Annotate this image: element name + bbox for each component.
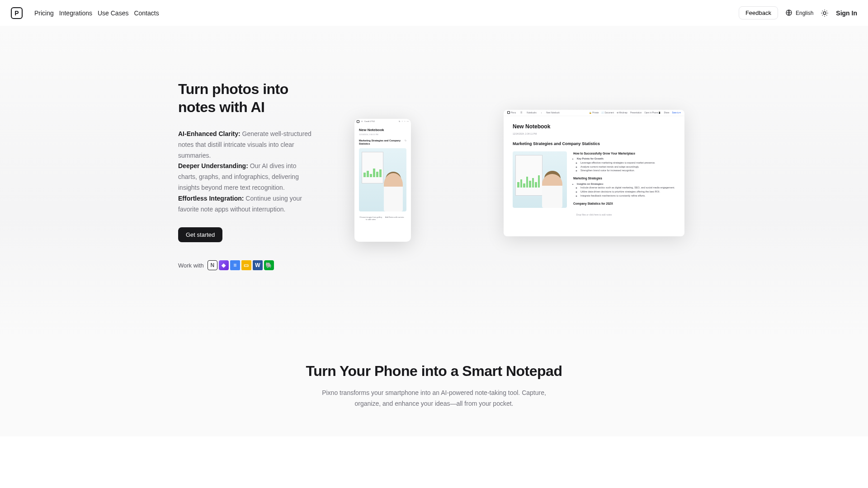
- language-switch[interactable]: English: [785, 9, 813, 17]
- hero-text: Turn photos into notes with AI AI-Enhanc…: [178, 80, 314, 270]
- logo[interactable]: P: [11, 7, 23, 19]
- section2-title: Turn Your Phone into a Smart Notepad: [0, 363, 868, 380]
- mobile-mockup: ⊙ Credit 17752 ↻‹›⋯ New Notebook 12/24/2…: [354, 119, 411, 242]
- work-with-label: Work with: [178, 262, 204, 269]
- breadcrumb-current: New Notebook: [546, 112, 560, 114]
- note-s2-sub: Insights on Strategies:: [577, 182, 675, 186]
- private-toggle: 🔒 Private: [589, 112, 599, 114]
- mobile-credit: Credit 17752: [364, 120, 375, 122]
- note-s1-item-0: Leverage effective marketing strategies …: [580, 161, 675, 165]
- notebook-heading: Marketing Strategies and Company Statist…: [513, 141, 675, 146]
- feature-integration-label: Effortless Integration:: [178, 195, 244, 202]
- nav-integrations[interactable]: Integrations: [59, 8, 92, 19]
- google-docs-icon: ≡: [230, 260, 240, 270]
- mockup-content: How to Successfully Grow Your Marketplac…: [513, 151, 675, 208]
- mobile-topbar: ⊙ Credit 17752 ↻‹›⋯: [354, 119, 411, 124]
- obsidian-icon: ◆: [219, 260, 229, 270]
- svg-point-1: [823, 12, 826, 14]
- mobile-body: New Notebook 12/24/2024, 2:34:11 PM ↻ Ma…: [354, 124, 411, 226]
- note-s1-item-2: Strengthen brand voice for increased rec…: [580, 169, 675, 173]
- app-icons: N ◆ ≡ ▭ W 🐘: [208, 260, 274, 270]
- logo-letter: P: [14, 9, 19, 17]
- header-left: P Pricing Integrations Use Cases Contact…: [11, 7, 159, 19]
- desktop-mockup: Pixno ☰ Notebooks › New Notebook 🔒 Priva…: [504, 110, 684, 236]
- note-s2-item-1: Utilize data-driven decisions to priorit…: [580, 190, 675, 194]
- word-icon: W: [253, 260, 263, 270]
- reload-icon: ↻: [405, 139, 406, 142]
- mobile-title: New Notebook: [359, 128, 406, 132]
- sign-in-link[interactable]: Sign In: [836, 9, 857, 17]
- note-photo: [513, 151, 567, 208]
- feature-integration: Effortless Integration: Continue using y…: [178, 193, 314, 215]
- notepad-section: Turn Your Phone into a Smart Notepad Pix…: [0, 338, 868, 436]
- work-with-row: Work with N ◆ ≡ ▭ W 🐘: [178, 260, 314, 270]
- google-slides-icon: ▭: [241, 260, 251, 270]
- mobile-heading-row: ↻ Marketing Strategies and Company Stati…: [359, 139, 406, 145]
- add-camera-btn: Add Notes with camera: [383, 216, 406, 221]
- mockup-brand: Pixno: [511, 112, 516, 114]
- note-s2-title: Marketing Strategies: [573, 176, 675, 181]
- nav-contacts[interactable]: Contacts: [134, 8, 159, 19]
- section2-desc: Pixno transforms your smartphone into an…: [316, 388, 552, 409]
- note-s1-item-1: Analyze current market trends and adapt …: [580, 165, 675, 169]
- get-started-button[interactable]: Get started: [178, 227, 222, 242]
- save-to-link: Save to ▾: [672, 112, 681, 114]
- tab-document: 📄 Document: [601, 112, 614, 114]
- globe-icon: [785, 9, 793, 17]
- dropzone: Drop files or click here to add notes: [513, 213, 675, 216]
- mobile-date: 12/24/2024, 2:34:11 PM: [359, 133, 406, 136]
- hero-features: AI-Enhanced Clarity: Generate well-struc…: [178, 129, 314, 215]
- open-phone-link: Open in Phone 📱: [644, 112, 661, 114]
- feature-clarity-label: AI-Enhanced Clarity:: [178, 130, 241, 137]
- notebook-date: 12/24/2024, 2:34:11 PM: [513, 132, 675, 135]
- notion-icon: N: [208, 260, 217, 270]
- hero-title: Turn photos into notes with AI: [178, 80, 314, 116]
- mockup-topbar: Pixno ☰ Notebooks › New Notebook 🔒 Priva…: [504, 110, 684, 116]
- tab-presentation: Presentation: [630, 112, 642, 114]
- note-text: How to Successfully Grow Your Marketplac…: [573, 151, 675, 208]
- feature-clarity: AI-Enhanced Clarity: Generate well-struc…: [178, 129, 314, 161]
- feature-understanding-label: Deeper Understanding:: [178, 162, 248, 169]
- breadcrumb-notebooks: Notebooks: [527, 112, 537, 114]
- mobile-bottom-actions: Choose images from gallery to add notes …: [359, 214, 406, 222]
- site-header: P Pricing Integrations Use Cases Contact…: [0, 0, 868, 26]
- evernote-icon: 🐘: [264, 260, 274, 270]
- note-s1-title: How to Successfully Grow Your Marketplac…: [573, 151, 675, 156]
- mockup-body: New Notebook 12/24/2024, 2:34:11 PM Mark…: [504, 116, 684, 223]
- language-label: English: [796, 10, 813, 16]
- main-nav: Pricing Integrations Use Cases Contacts: [34, 8, 159, 19]
- choose-gallery-btn: Choose images from gallery to add notes: [359, 216, 382, 221]
- hero-section: Turn photos into notes with AI AI-Enhanc…: [0, 26, 868, 338]
- feedback-button[interactable]: Feedback: [739, 6, 778, 19]
- theme-toggle-icon[interactable]: [821, 9, 829, 17]
- note-s2-item-0: Include diverse tactics such as digital …: [580, 186, 675, 190]
- hero-visual: Pixno ☰ Notebooks › New Notebook 🔒 Priva…: [341, 101, 690, 250]
- feature-understanding: Deeper Understanding: Our AI dives into …: [178, 161, 314, 193]
- nav-use-cases[interactable]: Use Cases: [98, 8, 128, 19]
- note-s3-title: Company Statistics for 202X: [573, 202, 675, 206]
- note-s2-item-2: Integrate feedback mechanisms to constan…: [580, 194, 675, 198]
- tab-mindmap: ⊕ Mindmap: [617, 112, 627, 114]
- mobile-heading: Marketing Strategies and Company Statist…: [359, 139, 406, 145]
- note-s1-sub: Key Points for Growth:: [577, 157, 675, 161]
- header-right: Feedback English Sign In: [739, 6, 857, 19]
- nav-pricing[interactable]: Pricing: [34, 8, 54, 19]
- notebook-title: New Notebook: [513, 123, 675, 130]
- mobile-photo: [359, 148, 406, 211]
- hero-container: Turn photos into notes with AI AI-Enhanc…: [167, 80, 701, 270]
- share-link: Share: [664, 112, 669, 114]
